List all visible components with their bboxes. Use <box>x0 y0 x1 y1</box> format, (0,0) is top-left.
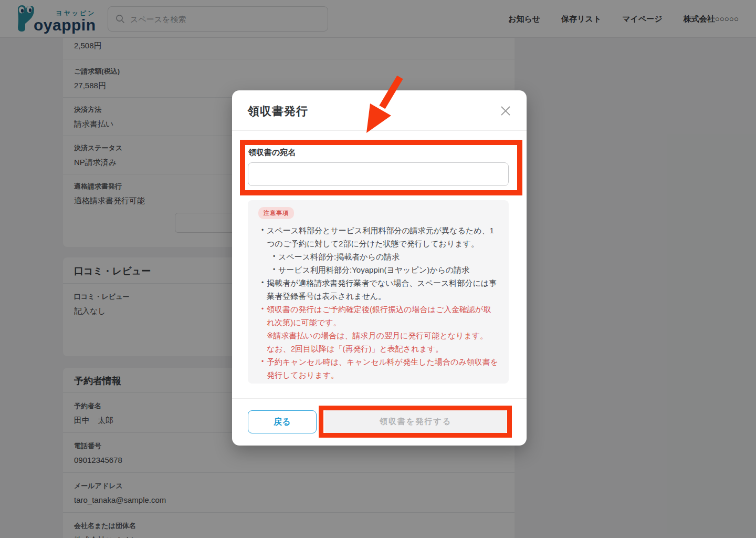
notice-item: •予約キャンセル時は、キャンセル料が発生した場合のみ領収書を発行しております。 <box>258 355 498 381</box>
modal-title: 領収書発行 <box>248 104 308 119</box>
notice-list: •スペース料部分とサービス利用料部分の請求元が異なるため、1つのご予約に対して2… <box>258 224 498 381</box>
bullet-dot-icon: • <box>270 263 278 276</box>
page: ヨヤッピン oyappin お知らせ保存リストマイページ株式会社○○○○○ 2,… <box>0 0 756 538</box>
notice-item: •スペース料部分とサービス利用料部分の請求元が異なるため、1つのご予約に対して2… <box>258 224 498 250</box>
close-icon <box>499 105 512 117</box>
notice-item: •掲載者が適格請求書発行業者でない場合、スペース料部分には事業者登録番号は表示さ… <box>258 276 498 303</box>
addressee-input[interactable] <box>248 162 509 186</box>
notice-box: 注意事項 •スペース料部分とサービス利用料部分の請求元が異なるため、1つのご予約… <box>248 200 509 384</box>
addressee-field-label: 領収書の宛名 <box>248 148 296 158</box>
receipt-issue-modal: 領収書発行 領収書の宛名 注意事項 •スペース料部分とサービス利用料部分の請求元… <box>232 90 527 446</box>
back-button[interactable]: 戻る <box>248 410 317 433</box>
bullet-dot-icon: • <box>258 303 267 355</box>
close-button[interactable] <box>499 105 512 117</box>
bullet-dot-icon: • <box>258 355 267 381</box>
notice-item: •スペース料部分:掲載者からの請求 <box>258 250 498 263</box>
bullet-dot-icon: • <box>258 224 267 250</box>
bullet-dot-icon: • <box>258 276 267 303</box>
divider <box>232 130 527 131</box>
notice-badge: 注意事項 <box>258 207 294 219</box>
notice-item: •領収書の発行はご予約確定後(銀行振込の場合はご入金確認が取れ次第)に可能です。… <box>258 303 498 355</box>
divider <box>232 398 527 399</box>
notice-item: •サービス利用料部分:Yoyappin(ヨヤッピン)からの請求 <box>258 263 498 276</box>
issue-receipt-submit-button[interactable]: 領収書を発行する <box>324 410 507 433</box>
bullet-dot-icon: • <box>270 250 278 263</box>
